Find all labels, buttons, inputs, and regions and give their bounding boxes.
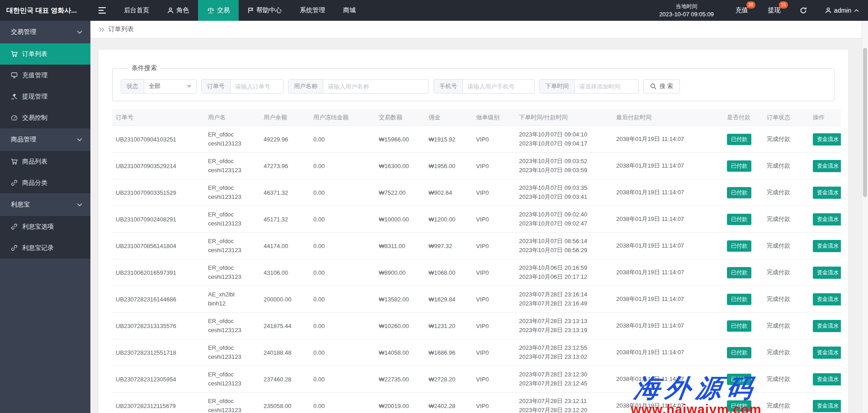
cell-amount: ₩13582.00 bbox=[375, 286, 425, 313]
cell-paid: 已付款 bbox=[723, 179, 763, 206]
search-button[interactable]: 搜 索 bbox=[643, 79, 680, 94]
cell-order-no: UB2310070903529214 bbox=[112, 153, 204, 179]
table-row: UB2310070902408291 ER_ofdoc ceshi123123 … bbox=[112, 206, 841, 233]
cell-paid: 已付款 bbox=[723, 259, 763, 286]
sidebar-item-withdraw-mgmt[interactable]: 提现管理 bbox=[0, 86, 90, 107]
user-menu[interactable]: admin bbox=[816, 0, 868, 21]
sidebar-item-lixibao-options[interactable]: 利息宝选项 bbox=[0, 216, 90, 237]
cell-level: VIP0 bbox=[472, 233, 515, 259]
cell-status: 完成付款 bbox=[763, 313, 809, 339]
col-commission: 佣金 bbox=[425, 109, 472, 126]
cell-username: ER_ofdoc ceshi123123 bbox=[204, 339, 260, 366]
sidebar-item-goods-category[interactable]: 商品分类 bbox=[0, 172, 90, 193]
sidebar-item-trade-control[interactable]: 交易控制 bbox=[0, 107, 90, 128]
cell-amount: ₩16300.00 bbox=[375, 153, 425, 179]
cell-paid: 已付款 bbox=[723, 126, 763, 153]
fund-flow-button[interactable]: 资金流水 bbox=[813, 320, 841, 332]
col-actions: 操作 bbox=[809, 109, 841, 126]
sidebar-item-recharge-mgmt[interactable]: 充值管理 bbox=[0, 65, 90, 86]
scrollbar-thumb[interactable] bbox=[863, 48, 867, 197]
fund-flow-button[interactable]: 资金流水 bbox=[813, 373, 841, 385]
cell-actions: 资金流水 bbox=[809, 179, 841, 206]
fund-flow-button[interactable]: 资金流水 bbox=[813, 240, 841, 252]
gavel-icon bbox=[11, 93, 18, 100]
col-balance: 用户余额 bbox=[260, 109, 310, 126]
username-group: 用户名称 bbox=[288, 79, 429, 94]
fund-flow-button[interactable]: 资金流水 bbox=[813, 293, 841, 305]
cell-balance: 200000.00 bbox=[260, 286, 310, 313]
username-input[interactable] bbox=[323, 80, 425, 93]
fund-flow-button[interactable]: 资金流水 bbox=[813, 267, 841, 279]
nav-dashboard[interactable]: 后台首页 bbox=[115, 0, 158, 21]
cell-status: 完成付款 bbox=[763, 286, 809, 313]
cell-last-pay-time: 2038年01月19日 11:14:07 bbox=[613, 339, 723, 366]
sidebar-item-order-list[interactable]: 订单列表 bbox=[0, 43, 90, 65]
hamburger-icon bbox=[99, 7, 107, 14]
sidebar-item-goods-list[interactable]: 商品列表 bbox=[0, 151, 90, 172]
withdraw-button[interactable]: 提现 15 bbox=[758, 0, 791, 21]
phone-input[interactable] bbox=[463, 80, 531, 93]
order-no-input[interactable] bbox=[231, 80, 280, 93]
fund-flow-button[interactable]: 资金流水 bbox=[813, 213, 841, 225]
sidebar-toggle-button[interactable] bbox=[90, 0, 115, 21]
table-row: UB2310062016597391 ER_ofdoc ceshi123123 … bbox=[112, 259, 841, 286]
cell-amount: ₩14058.00 bbox=[375, 339, 425, 366]
orders-card: 条件搜索 状态 全部 订单号 bbox=[99, 50, 848, 413]
recharge-badge: 38 bbox=[746, 1, 755, 9]
cell-balance: 44174.00 bbox=[260, 233, 310, 259]
vertical-scrollbar[interactable] bbox=[862, 21, 868, 413]
fund-flow-button[interactable]: 资金流水 bbox=[813, 347, 841, 359]
sidebar-item-lixibao-records[interactable]: 利息宝记录 bbox=[0, 237, 90, 258]
nav-system[interactable]: 系统管理 bbox=[291, 0, 334, 21]
order-time-input[interactable] bbox=[575, 80, 634, 93]
cell-frozen: 0.00 bbox=[310, 393, 375, 413]
cell-order-no: UB2310070904103251 bbox=[112, 126, 204, 153]
cell-actions: 资金流水 bbox=[809, 206, 841, 233]
fund-flow-button[interactable]: 资金流水 bbox=[813, 133, 841, 145]
cell-status: 完成付款 bbox=[763, 126, 809, 153]
paid-badge: 已付款 bbox=[727, 267, 751, 278]
cell-frozen: 0.00 bbox=[310, 206, 375, 233]
cell-amount: ₩8311.00 bbox=[375, 233, 425, 259]
cell-commission: ₩1068.00 bbox=[425, 259, 472, 286]
cell-frozen: 0.00 bbox=[310, 126, 375, 153]
nav-mall[interactable]: 商城 bbox=[334, 0, 365, 21]
cell-amount: ₩10000.00 bbox=[375, 206, 425, 233]
main-area: 订单列表 条件搜索 状态 全部 订单号 bbox=[90, 21, 862, 413]
nav-roles[interactable]: 角色 bbox=[158, 0, 198, 21]
fund-flow-button[interactable]: 资金流水 bbox=[813, 400, 841, 412]
refresh-button[interactable] bbox=[791, 0, 816, 21]
cell-commission: ₩2402.28 bbox=[425, 393, 472, 413]
sidebar-group-lixibao[interactable]: 利息宝 bbox=[0, 193, 90, 216]
nav-help[interactable]: 帮助中心 bbox=[239, 0, 291, 21]
paid-badge: 已付款 bbox=[727, 347, 751, 358]
recharge-button[interactable]: 充值 38 bbox=[726, 0, 758, 21]
cell-commission: ₩1956.00 bbox=[425, 153, 472, 179]
sidebar: 交易管理 订单列表 充值管理 提现管理 交易控制 bbox=[0, 21, 90, 413]
cell-balance: 240188.48 bbox=[260, 339, 310, 366]
cell-paid: 已付款 bbox=[723, 153, 763, 179]
sidebar-group-goods[interactable]: 商品管理 bbox=[0, 128, 90, 151]
table-row: UB2310070904103251 ER_ofdoc ceshi123123 … bbox=[112, 126, 841, 153]
topbar: 대한민국 대표 영화사... 后台首页 角色 交易 帮助中心 系统管理 商城 当… bbox=[0, 0, 868, 21]
local-time-label: 当地时间 bbox=[676, 3, 698, 10]
cell-order-no: UB2307282312551718 bbox=[112, 339, 204, 366]
brand-title: 대한민국 대표 영화사... bbox=[0, 0, 90, 21]
sidebar-group-trade[interactable]: 交易管理 bbox=[0, 21, 90, 43]
cell-paid: 已付款 bbox=[723, 393, 763, 413]
search-panel: 条件搜索 状态 全部 订单号 bbox=[112, 64, 835, 101]
fund-flow-button[interactable]: 资金流水 bbox=[813, 160, 841, 172]
status-select[interactable]: 全部 bbox=[144, 80, 196, 93]
cell-username: ER_ofdoc ceshi123123 bbox=[204, 313, 260, 339]
cell-balance: 46371.32 bbox=[260, 179, 310, 206]
cell-status: 完成付款 bbox=[763, 206, 809, 233]
cell-last-pay-time: 2038年01月19日 11:14:07 bbox=[613, 366, 723, 393]
nav-trade[interactable]: 交易 bbox=[198, 0, 239, 21]
cell-last-pay-time: 2038年01月19日 11:14:07 bbox=[613, 206, 723, 233]
double-chevron-icon bbox=[99, 27, 105, 32]
cell-level: VIP0 bbox=[472, 259, 515, 286]
cell-commission: ₩1629.84 bbox=[425, 286, 472, 313]
fund-flow-button[interactable]: 资金流水 bbox=[813, 187, 841, 199]
cell-level: VIP0 bbox=[472, 206, 515, 233]
col-amount: 交易数额 bbox=[375, 109, 425, 126]
